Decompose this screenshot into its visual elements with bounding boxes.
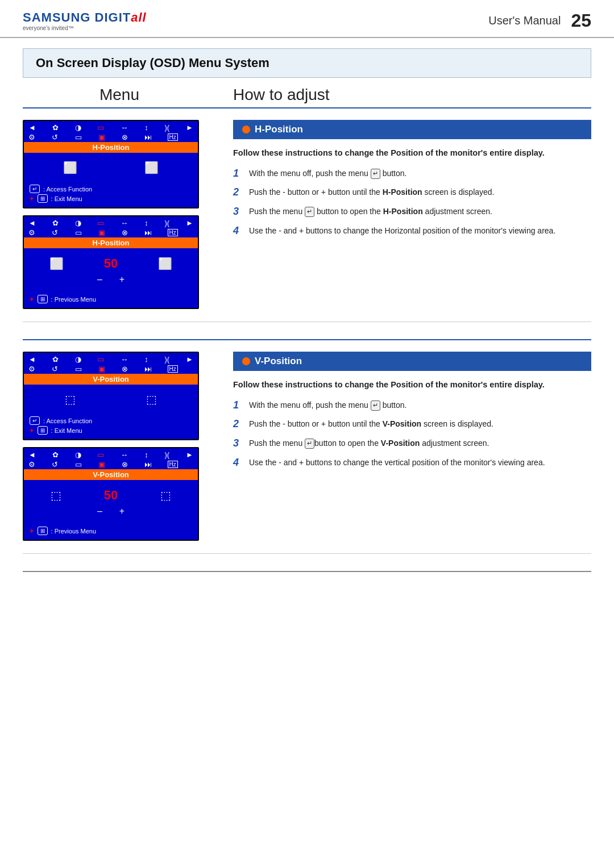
vblank-icon [192,369,194,370]
h-position-instructions: H-Position Follow these instructions to … [216,120,591,316]
vfooter2-arrow: + [30,426,34,435]
footer-line-2: + ⊞ : Exit Menu [30,194,192,203]
step-3-num: 3 [233,206,243,218]
step-3: 3 Push the menu ↵ button to open the H-P… [233,206,591,218]
screen-icon: ▣ [97,132,106,142]
v-title-dot [242,357,250,365]
footer3-arrow: + [30,295,34,303]
footer3-text: : Previous Menu [51,296,96,303]
vnav-left-icon: ◄ [27,354,37,364]
vosd2-icon-row2: ⚙ ↺ ▭ ▣ ⊗ ⏭ Hz [27,460,194,469]
page-header: SAMSUNG DIGITall everyone's invited™ Use… [0,0,614,38]
step-4-text: Use the - and + buttons to change the Ho… [249,225,591,236]
enter-icon: ↵ [30,185,40,193]
h-position-section: ◄ ✿ ◑ ▭ ↔ ↕ )( ► ⚙ ↺ ▭ ▣ ⊗ ⏭ Hz [23,108,591,322]
monitor-icon2: ⊞ [38,194,48,203]
vmonitor-icon3: ⊞ [38,527,48,535]
contrast-icon: ◑ [74,123,82,132]
step-2-text: Push the - button or + button until the … [249,186,591,198]
vlr-arrows-icon: ↔ [119,354,129,364]
vosd2-footer-line1: + ⊞ : Previous Menu [30,527,192,535]
hz-icon: Hz [168,133,178,141]
vgear-icon2: ⚙ [27,460,36,469]
vrect-icon2: ▭ [96,450,105,460]
vmonitor-icon2: ⊞ [38,426,48,435]
vmenu-btn-icon1: ↵ [371,400,380,411]
vnav-right-icon: ► [185,354,194,364]
footer1-text: : Access Function [43,186,92,193]
brightness-icon: ✿ [51,123,60,132]
menu-btn-icon1: ↵ [371,169,380,179]
step-2-num: 2 [233,186,243,199]
plus-minus-row: – + [97,273,125,285]
step-4: 4 Use the - and + buttons to change the … [233,225,591,237]
vstep-2-text: Push the - button or + button until the … [249,418,591,429]
vpos-right-icon: ⬚ [146,393,157,406]
v-position-osd-area: ◄ ✿ ◑ ▭ ↔ ↕ )( ► ⚙ ↺ ▭ ▣ ⊗ ⏭ Hz [23,352,216,548]
h-position-title-bar: H-Position [233,120,591,139]
osd-icon-row2: ⚙ ↺ ▭ ▣ ⊗ ⏭ Hz [27,132,194,142]
hpos2-left-icon: ⬜ [49,257,64,270]
vnav-right-icon2: ► [185,450,194,460]
vfooter3-arrow: + [30,527,34,535]
vcross-icon2: ⊗ [121,460,129,469]
footer-line-1: ↵ : Access Function [30,185,192,193]
vpos-left-icon: ⬚ [65,393,76,406]
logo-text: SAMSUNG DIGITall [23,10,147,25]
h-position-steps: 1 With the menu off, push the menu ↵ but… [233,168,591,237]
step-4-num: 4 [233,225,243,237]
vstep-4-num: 4 [233,457,243,469]
menu-btn-icon3: ↵ [305,207,314,217]
vpos2-right-icon: ⬚ [160,489,171,502]
h-position-intro: Follow these instructions to change the … [233,147,591,160]
v-plus-label: + [119,506,125,516]
hpos-right-icon: ⬜ [144,161,159,174]
minus-label: – [97,274,102,285]
header-right: User's Manual 25 [488,10,591,31]
vrect2-icon2: ▭ [74,460,83,469]
section-spacer-2 [0,554,614,571]
contrast-icon2: ◑ [74,218,82,228]
nav-left-icon: ◄ [27,123,37,132]
step-1-text: With the menu off, push the menu ↵ butto… [249,168,591,179]
v-position-osd2: ◄ ✿ ◑ ▭ ↔ ↕ )( ► ⚙ ↺ ▭ ▣ ⊗ ⏭ Hz [23,447,199,541]
samsung-logo: SAMSUNG DIGITall everyone's invited™ [23,10,147,31]
vskip-icon2: ⏭ [143,460,153,469]
vosd1-footer: ↵ : Access Function + ⊞ : Exit Menu [24,414,198,439]
page-number: 25 [571,10,591,31]
step-1: 1 With the menu off, push the menu ↵ but… [233,168,591,180]
venter-icon: ↵ [30,416,40,425]
step-3-text: Push the menu ↵ button to open the H-Pos… [249,206,591,217]
vstep-3: 3 Push the menu ↵button to open the V-Po… [233,437,591,450]
refresh-icon2: ↺ [51,228,59,237]
vmenu-btn-icon3: ↵ [305,439,314,449]
vbrightness-icon2: ✿ [51,450,60,460]
vosd1-title: V-Position [24,374,198,385]
page-title: On Screen Display (OSD) Menu System [36,56,578,70]
vrect-icon: ▭ [96,354,105,364]
osd1-icon-grid: ◄ ✿ ◑ ▭ ↔ ↕ )( ► ⚙ ↺ ▭ ▣ ⊗ ⏭ Hz [24,121,198,142]
v-position-section: ◄ ✿ ◑ ▭ ↔ ↕ )( ► ⚙ ↺ ▭ ▣ ⊗ ⏭ Hz [23,340,591,554]
vpos2-left-icon: ⬚ [51,489,61,502]
vstep-3-text: Push the menu ↵button to open the V-Posi… [249,437,591,449]
vfooter1-text: : Access Function [43,418,92,424]
footer2-text: : Exit Menu [51,195,82,202]
h-position-osd1: ◄ ✿ ◑ ▭ ↔ ↕ )( ► ⚙ ↺ ▭ ▣ ⊗ ⏭ Hz [23,120,199,208]
vcross-icon: ⊗ [121,364,129,374]
vstep-1-num: 1 [233,399,243,412]
vlr-arrows-icon2: ↔ [119,450,129,460]
vupdown-icon2: ↕ [143,450,150,460]
updown-icon: ↕ [143,123,150,132]
hpos-left-icon: ⬜ [63,161,77,174]
page-bottom-rule [23,571,591,572]
h-value: 50 [104,256,118,271]
menu-label: Menu [99,86,139,103]
nav-right-icon2: ► [185,218,194,228]
vcontrast-icon: ◑ [74,354,82,364]
refresh-icon: ↺ [51,132,59,142]
rect-icon2: ▭ [74,228,83,237]
osd1-title: H-Position [24,142,198,153]
wave-icon: )( [164,123,171,132]
screen-icon2: ▣ [97,228,106,237]
title-dot [242,126,250,133]
